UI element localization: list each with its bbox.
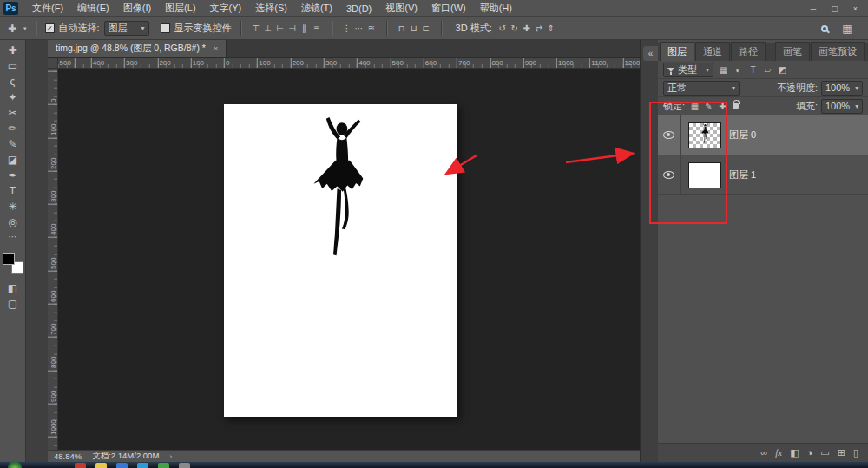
arrange-icon-0[interactable]: ⊓ bbox=[396, 23, 408, 33]
taskbar-app-icon-3[interactable] bbox=[137, 463, 148, 468]
expand-panels-icon[interactable]: « bbox=[643, 46, 658, 61]
align-icon-4[interactable]: ∥ bbox=[299, 23, 311, 33]
taskbar-app-icon-2[interactable] bbox=[116, 463, 128, 468]
mode-3d-icon-2[interactable]: ✚ bbox=[521, 23, 533, 33]
foreground-color-swatch[interactable] bbox=[3, 253, 15, 265]
distribute-icon-2[interactable]: ≋ bbox=[365, 23, 378, 33]
filter-icon-3[interactable]: ▱ bbox=[761, 65, 774, 75]
status-flyout-icon[interactable]: › bbox=[169, 452, 172, 461]
tab-画笔[interactable]: 画笔 bbox=[775, 42, 810, 61]
menu-item-5[interactable]: 选择(S) bbox=[248, 2, 294, 15]
zoom-level-field[interactable]: 48.84% bbox=[54, 452, 82, 461]
zoom-tool[interactable]: ◎ bbox=[2, 214, 24, 230]
mode-3d-icon-4[interactable]: ⇕ bbox=[545, 23, 557, 33]
menu-item-4[interactable]: 文字(Y) bbox=[203, 2, 249, 15]
new-layer-icon[interactable]: ⊞ bbox=[838, 448, 845, 458]
align-icon-1[interactable]: ⊥ bbox=[262, 23, 274, 33]
taskbar-app-icon-4[interactable] bbox=[158, 463, 169, 468]
minimize-button[interactable]: ─ bbox=[811, 4, 816, 13]
tab-图层[interactable]: 图层 bbox=[660, 42, 694, 61]
align-icon-2[interactable]: ⊢ bbox=[274, 23, 286, 33]
ruler-horizontal: 5004003002001000100200300400500600700800… bbox=[58, 58, 640, 69]
taskbar-app-icon-0[interactable] bbox=[75, 463, 86, 468]
menu-item-10[interactable]: 帮助(H) bbox=[473, 2, 519, 15]
taskbar-app-icon-5[interactable] bbox=[179, 463, 190, 468]
menu-item-2[interactable]: 图像(I) bbox=[116, 2, 158, 15]
separator bbox=[441, 21, 442, 36]
menu-item-8[interactable]: 视图(V) bbox=[378, 2, 424, 15]
align-icon-0[interactable]: ⊤ bbox=[250, 23, 262, 33]
move-tool[interactable]: ✚ bbox=[2, 43, 24, 58]
eyedropper-tool[interactable]: ✏ bbox=[2, 121, 24, 136]
search-icon[interactable] bbox=[821, 25, 828, 32]
mode-3d-icon-0[interactable]: ↺ bbox=[496, 23, 509, 33]
filter-kind-dropdown[interactable]: 类型 ▾ bbox=[663, 63, 713, 77]
layer-group-icon[interactable]: ▭ bbox=[820, 448, 829, 458]
start-button[interactable] bbox=[8, 461, 22, 468]
auto-select-checkbox[interactable]: ✓ bbox=[45, 23, 55, 33]
delete-layer-icon[interactable]: ▯ bbox=[853, 448, 858, 458]
ruler-label-v: 300 bbox=[49, 191, 57, 202]
align-icon-5[interactable]: ≡ bbox=[311, 23, 323, 33]
type-tool[interactable]: T bbox=[2, 183, 24, 199]
align-icon-3[interactable]: ⊣ bbox=[286, 23, 299, 33]
menu-item-0[interactable]: 文件(F) bbox=[25, 2, 70, 15]
lasso-tool[interactable]: ς bbox=[2, 74, 24, 89]
blend-mode-dropdown[interactable]: 正常 ▾ bbox=[663, 81, 740, 96]
menu-item-1[interactable]: 编辑(E) bbox=[70, 2, 116, 15]
distribute-icon-1[interactable]: ⋯ bbox=[353, 23, 365, 33]
layer-name[interactable]: 图层 0 bbox=[729, 129, 756, 142]
arrange-icon-2[interactable]: ⊏ bbox=[420, 23, 432, 33]
restore-button[interactable]: ▢ bbox=[831, 4, 838, 13]
distribute-icon-0[interactable]: ⋮ bbox=[341, 23, 353, 33]
pen-tool[interactable]: ✒ bbox=[2, 168, 24, 183]
tab-路径[interactable]: 路径 bbox=[731, 42, 766, 61]
crop-tool[interactable]: ✂ bbox=[2, 105, 24, 121]
marquee-tool[interactable]: ▭ bbox=[2, 58, 24, 74]
document-canvas[interactable] bbox=[224, 104, 457, 417]
workspace-icon[interactable]: ▦ bbox=[840, 23, 854, 35]
document-tab[interactable]: timg.jpg @ 48.8% (图层 0, RGB/8#) * × bbox=[48, 40, 227, 57]
show-transform-checkbox[interactable] bbox=[161, 23, 170, 33]
tab-通道[interactable]: 通道 bbox=[695, 42, 730, 61]
screen-mode-icon[interactable]: ▢ bbox=[2, 296, 24, 312]
filter-icon-2[interactable]: T bbox=[746, 65, 760, 75]
fill-dropdown[interactable]: 100% ▾ bbox=[821, 99, 863, 114]
active-tool-icon[interactable]: ✚ bbox=[5, 23, 19, 35]
quick-selection-tool[interactable]: ✦ bbox=[2, 89, 24, 105]
menu-item-9[interactable]: 窗口(W) bbox=[424, 2, 473, 15]
link-layers-icon[interactable]: ∞ bbox=[760, 448, 767, 458]
filter-icon-1[interactable]: ◐ bbox=[732, 65, 745, 75]
mode-3d-icon-3[interactable]: ⇄ bbox=[533, 23, 545, 33]
menu-item-6[interactable]: 滤镜(T) bbox=[294, 2, 339, 15]
filter-type-icons: ▦◐T▱◩ bbox=[717, 65, 789, 75]
layer-effects-icon[interactable]: fx bbox=[775, 448, 782, 458]
tab-画笔预设[interactable]: 画笔预设 bbox=[811, 42, 865, 61]
canvas-area: 5004003002001000100200300400500600700800… bbox=[48, 58, 640, 450]
eraser-tool[interactable]: ◪ bbox=[2, 152, 24, 168]
auto-select-label: 自动选择: bbox=[59, 22, 100, 35]
edit-toolbar-icon[interactable]: ⋯ bbox=[2, 230, 24, 242]
lock-all-icon[interactable] bbox=[733, 103, 739, 109]
ruler-label-h: 200 bbox=[293, 59, 304, 67]
layer-mask-icon[interactable]: ◧ bbox=[790, 448, 799, 458]
close-icon[interactable]: × bbox=[214, 44, 218, 53]
menu-item-7[interactable]: 3D(D) bbox=[339, 3, 378, 14]
chevron-down-icon: ▾ bbox=[23, 25, 27, 32]
filter-icon-4[interactable]: ◩ bbox=[776, 65, 789, 75]
quick-mask-icon[interactable]: ◧ bbox=[2, 280, 24, 296]
options-right-cluster: ▦ bbox=[821, 23, 868, 35]
close-button[interactable]: × bbox=[853, 4, 858, 13]
ruler-label-h: 800 bbox=[491, 59, 503, 67]
menu-item-3[interactable]: 图层(L) bbox=[158, 2, 202, 15]
auto-select-target-dropdown[interactable]: 图层 ▾ bbox=[104, 21, 149, 36]
layer-name[interactable]: 图层 1 bbox=[729, 168, 756, 181]
hand-tool[interactable]: ✳ bbox=[2, 199, 24, 214]
mode-3d-icon-1[interactable]: ↻ bbox=[509, 23, 521, 33]
arrange-icon-1[interactable]: ⊔ bbox=[408, 23, 420, 33]
taskbar-app-icon-1[interactable] bbox=[95, 463, 107, 468]
opacity-dropdown[interactable]: 100% ▾ bbox=[821, 81, 863, 96]
filter-icon-0[interactable]: ▦ bbox=[717, 65, 730, 75]
adjustment-layer-icon[interactable]: ◑ bbox=[807, 448, 813, 458]
brush-tool[interactable]: ✎ bbox=[2, 136, 24, 152]
